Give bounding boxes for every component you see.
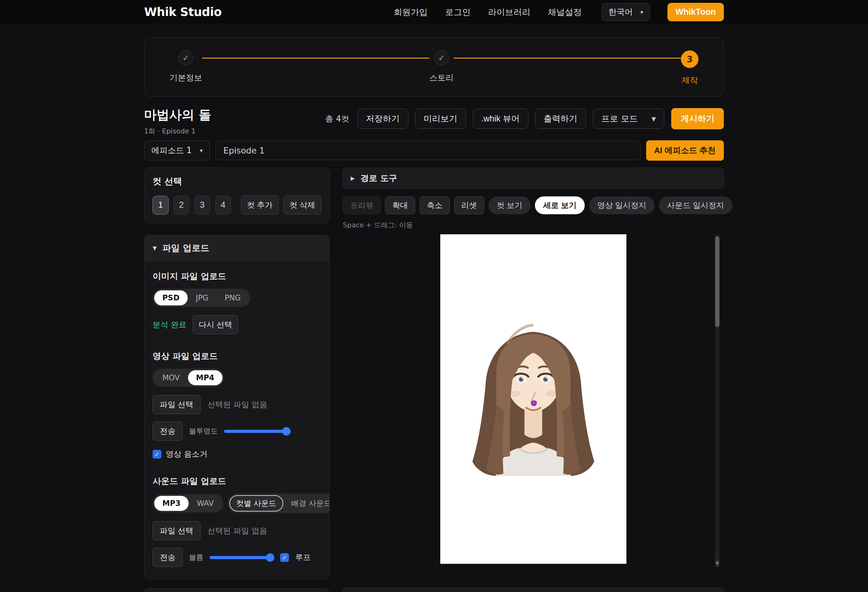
vertical-view-button[interactable]: 세로 보기 xyxy=(535,196,585,214)
chevron-down-icon: ▾ xyxy=(640,9,643,15)
canvas-toolbar: 프리뷰 확대 축소 리셋 컷 보기 세로 보기 영상 일시정지 사운드 일시정지 xyxy=(343,196,724,214)
episode-row: 에피소드 1 ▾ AI 에피소드 추천 xyxy=(144,140,724,161)
canvas-scrollbar[interactable]: ▼ xyxy=(715,234,719,567)
cut-button-3[interactable]: 3 xyxy=(194,196,210,215)
page-title: 마법사의 돌 xyxy=(144,106,211,124)
sound-upload-label: 사운드 파일 업로드 xyxy=(153,476,321,487)
canvas-viewport[interactable]: ▼ xyxy=(343,234,724,570)
scope-option-per-cut[interactable]: 컷별 사운드 xyxy=(229,495,283,511)
step-story[interactable]: ✓ 스토리 xyxy=(429,50,454,83)
slider-thumb[interactable] xyxy=(266,553,274,562)
step-label: 스토리 xyxy=(429,72,454,83)
nav-item-login[interactable]: 로그인 xyxy=(445,7,470,18)
volume-slider[interactable] xyxy=(210,556,274,559)
format-option-mp3[interactable]: MP3 xyxy=(154,496,189,511)
language-select-value: 한국어 xyxy=(608,7,633,18)
canvas-column: ▶ 경로 도구 프리뷰 확대 축소 리셋 컷 보기 세로 보기 영상 일시정지 … xyxy=(343,168,724,592)
file-upload-header[interactable]: ▼ 파일 업로드 xyxy=(145,235,329,261)
title-row: 마법사의 돌 1화 · Episode 1 총 4컷 저장하기 미리보기 .wh… xyxy=(144,106,724,136)
image-upload-label: 이미지 파일 업로드 xyxy=(153,271,321,282)
sound-scope-segmented: 컷별 사운드 배경 사운드 xyxy=(228,494,330,513)
episode-title-input[interactable] xyxy=(216,141,641,160)
pin-tool-header[interactable]: ▶ 핀 도구 xyxy=(343,588,724,592)
mode-select[interactable]: 프로 모드 ▼ xyxy=(593,109,664,129)
cut-button-2[interactable]: 2 xyxy=(174,196,190,215)
slider-fill xyxy=(210,556,270,559)
cut-button-1[interactable]: 1 xyxy=(153,196,168,215)
video-file-select-button[interactable]: 파일 선택 xyxy=(153,395,201,414)
cut-artboard-image[interactable] xyxy=(440,234,626,564)
analysis-status-text: 분석 완료 xyxy=(153,320,186,330)
slider-thumb[interactable] xyxy=(282,427,291,435)
zoom-out-button[interactable]: 축소 xyxy=(419,196,450,214)
zoom-in-button[interactable]: 확대 xyxy=(385,196,415,214)
cut-button-4[interactable]: 4 xyxy=(215,196,231,215)
sound-no-file-text: 선택된 파일 없음 xyxy=(207,526,267,536)
video-mute-checkbox[interactable]: ✓ xyxy=(153,450,161,459)
format-option-wav[interactable]: WAV xyxy=(189,496,222,511)
nav-item-library[interactable]: 라이브러리 xyxy=(488,7,530,18)
delete-cut-button[interactable]: 컷 삭제 xyxy=(283,196,321,215)
nav-item-signup[interactable]: 회원가입 xyxy=(394,7,427,18)
publish-button[interactable]: 게시하기 xyxy=(671,108,724,130)
sound-pause-button[interactable]: 사운드 일시정지 xyxy=(659,196,732,214)
reselect-button[interactable]: 다시 선택 xyxy=(193,315,238,334)
whik-viewer-button[interactable]: .whik 뷰어 xyxy=(473,109,528,129)
format-option-psd[interactable]: PSD xyxy=(154,290,188,305)
page-subtitle: 1화 · Episode 1 xyxy=(144,127,211,136)
sound-upload-section: 사운드 파일 업로드 MP3 WAV 컷별 사운드 배경 사운드 xyxy=(153,476,321,567)
nav-links: 회원가입 로그인 라이브러리 채널설정 한국어 ▾ WhikToon xyxy=(394,3,724,21)
loop-checkbox[interactable]: ✓ xyxy=(280,553,289,562)
nav-item-channel-settings[interactable]: 채널설정 xyxy=(548,7,582,18)
video-send-button[interactable]: 전송 xyxy=(153,422,183,441)
format-option-jpg[interactable]: JPG xyxy=(188,290,217,305)
opacity-slider[interactable] xyxy=(224,430,288,433)
scrollbar-down-arrow-icon[interactable]: ▼ xyxy=(715,560,719,567)
video-upload-label: 영상 파일 업로드 xyxy=(153,350,321,362)
ai-episode-suggest-button[interactable]: AI 에피소드 추천 xyxy=(646,140,724,161)
triangle-down-icon: ▼ xyxy=(651,116,656,122)
step-basic-info[interactable]: ✓ 기본정보 xyxy=(170,50,202,83)
volume-label: 볼륨 xyxy=(189,552,204,562)
top-navbar: Whik Studio 회원가입 로그인 라이브러리 채널설정 한국어 ▾ Wh… xyxy=(0,0,868,24)
format-option-png[interactable]: PNG xyxy=(217,290,249,305)
brand-logo: Whik Studio xyxy=(144,5,221,19)
preview-button[interactable]: 미리보기 xyxy=(415,109,466,129)
slider-fill xyxy=(224,430,286,433)
format-option-mp4[interactable]: MP4 xyxy=(188,370,223,385)
canvas-drag-hint: Space + 드래그: 이동 xyxy=(343,221,724,230)
video-format-segmented: MOV MP4 xyxy=(153,369,224,387)
save-button[interactable]: 저장하기 xyxy=(357,109,408,129)
reset-button[interactable]: 리셋 xyxy=(454,196,484,214)
cut-view-button[interactable]: 컷 보기 xyxy=(489,196,530,214)
sound-file-select-button[interactable]: 파일 선택 xyxy=(153,521,201,540)
episode-select[interactable]: 에피소드 1 ▾ xyxy=(144,141,210,161)
export-button[interactable]: 출력하기 xyxy=(535,109,586,129)
path-tool-header[interactable]: ▶ 경로 도구 xyxy=(343,168,724,189)
preview-tool-button[interactable]: 프리뷰 xyxy=(343,196,381,214)
step-production[interactable]: 3 제작 xyxy=(681,50,698,86)
chevron-down-icon: ▾ xyxy=(200,147,203,154)
scrollbar-thumb[interactable] xyxy=(715,236,719,327)
scope-option-background[interactable]: 배경 사운드 xyxy=(283,495,330,511)
video-pause-button[interactable]: 영상 일시정지 xyxy=(589,196,655,214)
cut-select-panel: 컷 선택 1 2 3 4 컷 추가 컷 삭제 xyxy=(144,168,330,223)
episode-select-value: 에피소드 1 xyxy=(151,145,192,156)
cut-count-label: 총 4컷 xyxy=(325,113,349,124)
format-option-mov[interactable]: MOV xyxy=(154,370,188,385)
whiktoon-button[interactable]: WhikToon xyxy=(667,3,724,21)
path-point-marker xyxy=(531,401,536,406)
path-tool-title: 경로 도구 xyxy=(360,172,397,184)
sound-send-button[interactable]: 전송 xyxy=(153,548,183,567)
image-format-segmented: PSD JPG PNG xyxy=(153,289,250,307)
image-upload-section: 이미지 파일 업로드 PSD JPG PNG 분석 완료 다시 선택 xyxy=(153,271,321,334)
add-cut-button[interactable]: 컷 추가 xyxy=(241,196,279,215)
step-connector-line xyxy=(454,57,681,59)
step-check-icon: ✓ xyxy=(434,50,449,65)
language-select[interactable]: 한국어 ▾ xyxy=(602,3,650,21)
video-mute-label: 영상 음소거 xyxy=(166,449,207,459)
file-upload-title: 파일 업로드 xyxy=(162,242,209,254)
step-check-icon: ✓ xyxy=(178,50,193,65)
layer-control-section[interactable]: ▶ 레이어 제어 xyxy=(144,589,330,592)
left-sidebar: 컷 선택 1 2 3 4 컷 추가 컷 삭제 ▼ 파일 업로드 xyxy=(144,168,330,592)
